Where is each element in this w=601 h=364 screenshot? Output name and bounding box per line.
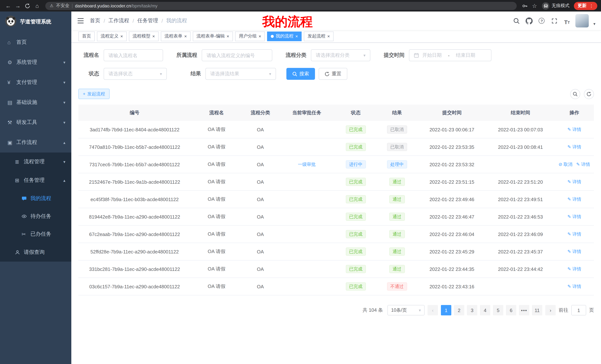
- result-tag: 已取消: [387, 125, 407, 134]
- close-tab-icon[interactable]: ×: [152, 34, 155, 38]
- reload-button[interactable]: [23, 1, 32, 10]
- tab-流程定义[interactable]: 流程定义×: [97, 31, 127, 41]
- detail-link[interactable]: ✎ 详情: [567, 127, 581, 132]
- page-size-select[interactable]: 10条/页 ▾: [387, 305, 425, 315]
- prev-page-button[interactable]: ‹: [428, 305, 438, 315]
- goto-page-input[interactable]: [571, 305, 586, 315]
- bookmark-star-icon[interactable]: ☆: [530, 1, 539, 10]
- cell-status: 已完成: [335, 213, 376, 221]
- update-button[interactable]: 更新 ⋮: [574, 2, 597, 10]
- sidebar-item-process-mgmt[interactable]: ≣ 流程管理 ▾: [0, 153, 71, 171]
- home-button[interactable]: ⌂: [33, 1, 42, 10]
- status-select[interactable]: 请选择状态 ▾: [104, 68, 167, 80]
- help-icon[interactable]: ?: [538, 17, 546, 25]
- cell-process-id: 7470a810-7b9b-11ec-b5b7-acde48001122: [78, 144, 191, 150]
- breadcrumb-home[interactable]: 首页: [90, 18, 100, 24]
- breadcrumb-task-mgmt[interactable]: 任务管理: [137, 18, 158, 24]
- github-icon[interactable]: [525, 17, 533, 25]
- sidebar-item-done-tasks[interactable]: ✂ 已办任务: [0, 225, 71, 243]
- page-2[interactable]: 2: [454, 305, 464, 315]
- create-process-button[interactable]: + 发起流程: [78, 89, 110, 99]
- sidebar-item-my-process[interactable]: 我的流程: [0, 190, 71, 207]
- page-1[interactable]: 1: [441, 305, 451, 315]
- search-icon[interactable]: [512, 17, 521, 25]
- close-tab-icon[interactable]: ×: [120, 34, 123, 38]
- password-key-icon[interactable]: [521, 1, 529, 10]
- chevron-down-icon[interactable]: ▾: [593, 21, 595, 26]
- sidebar-item-workflow[interactable]: ▣ 工作流程 ▴: [0, 133, 71, 153]
- tab-流程表单[interactable]: 流程表单×: [161, 31, 190, 41]
- cell-process-id: ec45f38f-7b9a-11ec-b03b-acde48001122: [78, 196, 191, 202]
- process-table: 编号 流程名 流程分类 当前审批任务 状态 结果 提交时间 结束时间 操作 3a…: [78, 105, 594, 295]
- submit-time-range-picker[interactable]: 开始日期 - 结束日期: [409, 49, 491, 61]
- cell-process-id: 03c6c157-7b9a-11ec-a290-acde48001122: [78, 284, 191, 289]
- tab-流程表单-编辑[interactable]: 流程表单-编辑×: [193, 31, 233, 41]
- back-button[interactable]: ←: [4, 1, 13, 10]
- category-select[interactable]: 请选择流程分类 ▾: [311, 49, 370, 61]
- tab-首页[interactable]: 首页: [78, 31, 95, 41]
- refresh-table-button[interactable]: [584, 89, 594, 99]
- cell-actions: ✎ 详情: [555, 196, 594, 202]
- process-def-input[interactable]: [202, 49, 272, 61]
- detail-link[interactable]: ✎ 详情: [567, 179, 581, 184]
- close-tab-icon[interactable]: ×: [327, 34, 330, 38]
- breadcrumb-workflow[interactable]: 工作流程: [109, 18, 129, 24]
- detail-link[interactable]: ✎ 详情: [567, 231, 581, 237]
- detail-link[interactable]: ✎ 详情: [576, 162, 590, 167]
- page-3[interactable]: 3: [467, 305, 477, 315]
- avatar[interactable]: [576, 14, 589, 28]
- tab-发起流程[interactable]: 发起流程×: [304, 31, 334, 41]
- next-page-button[interactable]: ›: [545, 305, 556, 315]
- cell-result: 通过: [376, 195, 418, 203]
- tab-我的流程[interactable]: 我的流程×: [267, 31, 302, 41]
- toggle-search-button[interactable]: [570, 89, 580, 99]
- url-bar[interactable]: ⚠ 不安全 dashboard.yudao.iocoder.cn/bpm/tas…: [45, 2, 517, 10]
- cancel-link[interactable]: ⊘ 取消: [559, 162, 573, 167]
- detail-link[interactable]: ✎ 详情: [567, 196, 581, 202]
- process-name-input[interactable]: [104, 49, 163, 61]
- font-size-icon[interactable]: TT: [563, 17, 571, 25]
- result-select[interactable]: 请选择流结果 ▾: [205, 68, 276, 80]
- page-6[interactable]: 6: [506, 305, 516, 315]
- reset-button[interactable]: 重置: [319, 68, 347, 80]
- filter-label-process-def: 所属流程: [173, 52, 197, 59]
- sidebar-item-todo-tasks[interactable]: 待办任务: [0, 207, 71, 225]
- page-4[interactable]: 4: [480, 305, 490, 315]
- close-tab-icon[interactable]: ×: [259, 34, 261, 38]
- sidebar-item-system[interactable]: ⚙ 系统管理 ▾: [0, 52, 71, 72]
- cell-category: OA: [242, 179, 278, 185]
- select-placeholder: 请选择流程分类: [316, 52, 350, 59]
- tab-流程模型[interactable]: 流程模型×: [129, 31, 159, 41]
- cell-end-time: 2022-01-23 00:08:41: [486, 144, 555, 150]
- detail-link[interactable]: ✎ 详情: [567, 214, 581, 219]
- sidebar-item-infra[interactable]: ▤ 基础设施 ▾: [0, 92, 71, 112]
- sidebar-item-label: 研发工具: [16, 119, 63, 126]
- cell-process-name: OA 请假: [191, 126, 242, 133]
- detail-link[interactable]: ✎ 详情: [567, 144, 581, 149]
- tab-用户分组[interactable]: 用户分组×: [235, 31, 265, 41]
- search-button[interactable]: 搜索: [286, 68, 315, 80]
- sidebar-item-home[interactable]: ⌂ 首页: [0, 32, 71, 52]
- close-tab-icon[interactable]: ×: [227, 34, 229, 38]
- detail-link[interactable]: ✎ 详情: [567, 284, 581, 289]
- sidebar-toggle-icon[interactable]: [71, 11, 90, 30]
- detail-link[interactable]: ✎ 详情: [567, 249, 581, 254]
- close-tab-icon[interactable]: ×: [295, 34, 298, 38]
- sidebar-item-label: 流程管理: [24, 158, 63, 165]
- forward-button[interactable]: →: [13, 1, 22, 10]
- sidebar-item-task-mgmt[interactable]: ⊞ 任务管理 ▴: [0, 171, 71, 190]
- fullscreen-icon[interactable]: [550, 17, 559, 25]
- cell-status: 已完成: [335, 265, 376, 273]
- page-11[interactable]: 11: [532, 305, 542, 315]
- sidebar-item-leave-query[interactable]: 请假查询: [0, 243, 71, 262]
- detail-link[interactable]: ✎ 详情: [567, 266, 581, 271]
- menu-dots-icon[interactable]: ⋮: [589, 3, 594, 8]
- sidebar-item-devtools[interactable]: ⚒ 研发工具 ▾: [0, 112, 71, 133]
- toolbar-right: [570, 89, 594, 99]
- current-task-link[interactable]: 一级审批: [298, 162, 316, 167]
- sidebar-item-pay[interactable]: ¥ 支付管理 ▾: [0, 72, 71, 92]
- cell-end-time: 2022-01-22 23:45:37: [486, 249, 555, 254]
- close-tab-icon[interactable]: ×: [184, 34, 187, 38]
- page-5[interactable]: 5: [493, 305, 503, 315]
- page-ellipsis[interactable]: •••: [519, 305, 529, 315]
